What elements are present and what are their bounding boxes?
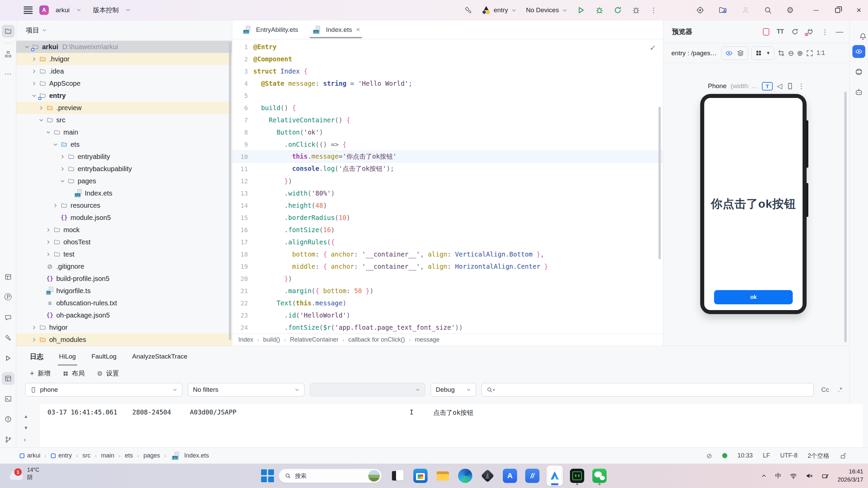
- fit-to-screen-icon[interactable]: [806, 49, 813, 57]
- chevron-right-icon[interactable]: [30, 80, 38, 87]
- tree-item-oh_modules[interactable]: oh_modules: [16, 333, 232, 346]
- log-settings-button[interactable]: ⚙设置: [97, 369, 119, 378]
- tree-item-.preview[interactable]: .preview: [16, 102, 232, 114]
- log-tab-FaultLog[interactable]: FaultLog: [92, 346, 117, 367]
- chevron-down-icon[interactable]: [44, 128, 52, 136]
- volume-muted-icon[interactable]: [806, 472, 813, 480]
- taskbar-app-wechat[interactable]: [591, 466, 608, 486]
- tree-item-entry[interactable]: entry: [16, 89, 232, 102]
- indent-setting[interactable]: 2个空格: [808, 452, 829, 460]
- highlight-off-icon[interactable]: ⊘: [706, 452, 712, 459]
- log-output[interactable]: 03-17 16:41:45.0612808-24504A03d00/JSAPP…: [40, 404, 863, 447]
- chat-tool-icon[interactable]: [4, 314, 12, 321]
- tree-item-.gitignore[interactable]: ⊘.gitignore: [16, 260, 232, 272]
- previewer-scrollbar[interactable]: [844, 92, 847, 342]
- wifi-icon[interactable]: [790, 472, 797, 480]
- regex-toggle[interactable]: .*: [838, 386, 842, 393]
- code-line-8[interactable]: 8 Button('ok'): [232, 126, 663, 138]
- rotate-left-icon[interactable]: ◁: [777, 82, 782, 90]
- status-path-main[interactable]: main: [101, 452, 114, 459]
- attach-debugger-button[interactable]: [632, 6, 640, 15]
- chevron-right-icon[interactable]: [44, 250, 52, 258]
- project-tool-icon[interactable]: [2, 25, 15, 38]
- clock[interactable]: 16:41 2026/3/17: [837, 468, 863, 484]
- previewer-tool-icon[interactable]: [852, 45, 865, 58]
- expand-icon[interactable]: ›: [24, 436, 26, 443]
- breadcrumb-item[interactable]: RelativeContainer: [290, 336, 338, 343]
- chevron-down-icon[interactable]: ▼: [766, 50, 770, 56]
- taskbar-app-microsoft-store[interactable]: [412, 466, 429, 486]
- preview-target-selector[interactable]: entry : /pages…: [671, 49, 717, 57]
- device-more-icon[interactable]: ⋮: [798, 82, 805, 90]
- match-case-toggle[interactable]: Cc: [821, 386, 829, 393]
- log-tab-AnalyzeStackTrace[interactable]: AnalyzeStackTrace: [132, 346, 188, 367]
- lock-open-icon[interactable]: [840, 452, 846, 459]
- chevron-right-icon[interactable]: [37, 104, 45, 111]
- scroll-down-icon[interactable]: ▼: [24, 425, 28, 430]
- code-line-23[interactable]: 23 .id('HelloWorld'): [232, 309, 663, 321]
- tree-item-pages[interactable]: pages: [16, 175, 232, 187]
- code-area[interactable]: ✓ 1@Entry2@Component3struct Index {4 @St…: [232, 40, 663, 333]
- code-line-2[interactable]: 2@Component: [232, 53, 663, 65]
- log-panel-title[interactable]: 日志: [30, 346, 43, 367]
- chevron-down-icon[interactable]: [52, 141, 59, 148]
- refresh-preview-icon[interactable]: [791, 28, 799, 36]
- device-selector[interactable]: No Devices: [526, 6, 567, 14]
- tree-item-resources[interactable]: resources: [16, 199, 232, 211]
- editor-scrollbar[interactable]: [658, 107, 661, 259]
- start-button[interactable]: [261, 469, 274, 482]
- ai-assistant-icon[interactable]: [855, 88, 863, 96]
- level-filter-select[interactable]: Debug: [431, 383, 476, 396]
- log-tab-HiLog[interactable]: HiLog: [59, 346, 76, 367]
- code-line-20[interactable]: 20 }): [232, 272, 663, 285]
- breadcrumb-item[interactable]: build(): [263, 336, 280, 343]
- chevron-right-icon[interactable]: [44, 238, 52, 246]
- tree-item-arkui[interactable]: arkuiD:\huaweixm\arkui: [16, 41, 232, 53]
- codegenie-globe-icon[interactable]: [855, 68, 863, 76]
- chevron-down-icon[interactable]: [37, 116, 45, 124]
- more-tools-icon[interactable]: ⋯: [5, 70, 12, 78]
- tree-item-module.json5[interactable]: {}module.json5: [16, 211, 232, 224]
- close-tab-icon[interactable]: ×: [356, 26, 360, 34]
- taskbar-app-retro-terminal[interactable]: [569, 466, 585, 486]
- project-tree-scrollbar[interactable]: [229, 42, 231, 340]
- scroll-up-icon[interactable]: ▲: [24, 414, 28, 419]
- breadcrumb-item[interactable]: Index: [238, 336, 253, 343]
- run-button[interactable]: [577, 6, 586, 15]
- frame-bounds-icon[interactable]: [777, 49, 785, 57]
- chevron-down-icon[interactable]: [30, 92, 38, 99]
- code-line-9[interactable]: 9 .onClick(() => {: [232, 138, 663, 150]
- project-avatar[interactable]: A: [39, 5, 49, 15]
- hidden-icons-chevron[interactable]: [761, 473, 767, 479]
- text-mode-icon[interactable]: [762, 82, 773, 90]
- code-line-7[interactable]: 7 RelativeContainer() {: [232, 114, 663, 126]
- search-highlight-image[interactable]: [368, 470, 380, 482]
- debug-button[interactable]: [595, 6, 604, 15]
- tree-item-Index.ets[interactable]: ETSIndex.ets: [16, 187, 232, 199]
- status-path-src[interactable]: src: [82, 452, 91, 459]
- tree-item-AppScope[interactable]: AppScope: [16, 77, 232, 89]
- taskbar-search[interactable]: 搜索: [279, 469, 382, 483]
- zoom-out-icon[interactable]: ⊖: [788, 49, 794, 57]
- file-encoding[interactable]: UTF-8: [780, 452, 797, 459]
- editor-tab-Index.ets[interactable]: ETSIndex.ets×: [305, 20, 367, 39]
- font-scale-icon[interactable]: [777, 28, 784, 35]
- device-filter-select[interactable]: phone: [25, 383, 182, 396]
- chevron-down-icon[interactable]: [59, 177, 66, 185]
- pen-battery-icon[interactable]: [822, 472, 829, 480]
- code-line-15[interactable]: 15 .borderRadius(10): [232, 211, 663, 224]
- database-tool-icon[interactable]: [4, 273, 12, 281]
- chevron-down-icon[interactable]: [42, 28, 47, 33]
- tree-item-ets[interactable]: ets: [16, 138, 232, 150]
- run-tool-icon[interactable]: [4, 354, 12, 362]
- problems-tool-icon[interactable]: [4, 415, 12, 423]
- vcs-menu[interactable]: 版本控制: [93, 6, 119, 15]
- layers-icon[interactable]: [737, 49, 744, 57]
- search-everywhere-icon[interactable]: [764, 6, 772, 14]
- grid-view-icon[interactable]: [755, 50, 762, 56]
- process-filter-select[interactable]: [310, 383, 425, 396]
- taskbar-app-task-view[interactable]: [390, 466, 406, 486]
- account-icon[interactable]: [742, 6, 750, 14]
- chevron-right-icon[interactable]: [59, 165, 66, 172]
- code-line-4[interactable]: 4 @State message: string = 'Hello World'…: [232, 77, 663, 89]
